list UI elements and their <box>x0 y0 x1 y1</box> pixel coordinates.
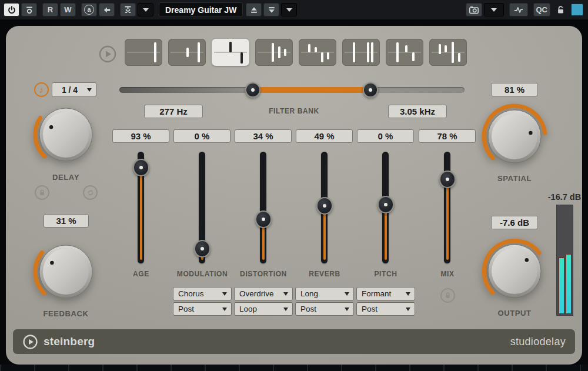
product-name: studiodelay <box>510 336 566 348</box>
reverb-slider-track[interactable] <box>321 152 328 263</box>
output-value[interactable]: -7.6 dB <box>491 216 538 229</box>
output-knob[interactable] <box>479 236 550 306</box>
filter-bank-label: FILTER BANK <box>235 107 353 115</box>
pitch-slider: 0 % PITCH <box>356 129 415 288</box>
sync-button[interactable]: ♪ <box>34 82 49 97</box>
pattern-button-7[interactable] <box>386 39 423 66</box>
reverb-routing-select[interactable]: Post <box>295 302 354 316</box>
age-value[interactable]: 93 % <box>112 129 169 143</box>
preset-menu-button[interactable] <box>281 3 297 16</box>
snapshot-menu-button[interactable] <box>484 3 504 16</box>
spatial-knob[interactable] <box>479 101 550 172</box>
preset-transfer-menu-button[interactable] <box>138 3 153 16</box>
plugin-footer: steinberg studiodelay <box>13 329 575 354</box>
output-label: OUTPUT <box>479 309 550 317</box>
mix-slider-handle[interactable] <box>439 171 456 188</box>
pitch-label: PITCH <box>356 270 415 278</box>
lock-icon <box>38 189 46 196</box>
focus-color-swatch[interactable] <box>571 4 583 16</box>
slider-fill <box>446 179 449 260</box>
filter-bank-slider[interactable] <box>119 87 465 93</box>
filter-low-handle[interactable] <box>245 82 260 98</box>
automation-button[interactable]: a <box>81 3 97 16</box>
distortion-value[interactable]: 34 % <box>235 129 292 143</box>
pattern-button-3-selected[interactable] <box>212 39 249 66</box>
pitch-slider-track[interactable] <box>382 152 389 263</box>
modulation-slider-handle[interactable] <box>194 240 211 258</box>
modulation-routing-select[interactable]: Post <box>173 302 232 316</box>
pitch-slider-handle[interactable] <box>377 196 394 213</box>
reverb-value[interactable]: 49 % <box>296 129 353 143</box>
filter-high-value[interactable]: 3.05 kHz <box>388 105 447 118</box>
delay-knob[interactable] <box>31 99 101 170</box>
distortion-slider-track[interactable] <box>260 152 266 263</box>
pattern-icon-7 <box>386 39 423 66</box>
mix-lock-button[interactable] <box>440 288 455 303</box>
distortion-routing-select[interactable]: Loop <box>234 302 293 316</box>
feedback-value[interactable]: 31 % <box>44 214 89 228</box>
pitch-routing-select[interactable]: Post <box>356 302 415 316</box>
previous-view-button[interactable] <box>99 3 115 16</box>
mix-value[interactable]: 78 % <box>419 129 476 143</box>
snapshot-button[interactable] <box>466 3 482 16</box>
write-automation-button[interactable]: W <box>60 3 76 16</box>
age-slider-track[interactable] <box>138 152 144 263</box>
delay-lock-button[interactable] <box>35 185 49 200</box>
chevron-down-icon <box>222 292 227 296</box>
pattern-button-6[interactable] <box>342 39 380 66</box>
pattern-button-5[interactable] <box>299 39 336 66</box>
spatial-value[interactable]: 81 % <box>491 83 538 96</box>
pitch-value[interactable]: 0 % <box>357 129 414 143</box>
output-peak-value: -16.7 dB <box>538 192 588 202</box>
chevron-down-icon <box>283 308 288 311</box>
filter-bank-range <box>253 87 370 93</box>
filter-high-handle[interactable] <box>363 82 378 98</box>
preview-play-button[interactable] <box>99 45 116 63</box>
delay-label: DELAY <box>31 173 101 182</box>
sidechain-button[interactable] <box>509 3 528 16</box>
pattern-button-8[interactable] <box>429 39 467 66</box>
pattern-button-2[interactable] <box>168 39 206 66</box>
power-button[interactable] <box>4 3 19 16</box>
bypass-button[interactable] <box>21 3 37 16</box>
preset-name-field[interactable]: Dreamy Guitar JW <box>159 2 243 17</box>
feedback-knob[interactable] <box>31 236 101 307</box>
modulation-slider-track[interactable] <box>199 152 205 263</box>
sync-value: 1 / 4 <box>52 85 87 95</box>
next-preset-button[interactable] <box>263 3 279 16</box>
modulation-value[interactable]: 0 % <box>173 129 230 143</box>
pitch-routing-value: Post <box>357 305 406 313</box>
reverb-slider-handle[interactable] <box>316 197 333 215</box>
keyboard-edge-strip <box>0 365 588 371</box>
read-automation-button[interactable]: R <box>42 3 58 16</box>
mix-label: MIX <box>418 270 477 278</box>
pattern-button-4[interactable] <box>255 39 293 66</box>
filter-low-value[interactable]: 277 Hz <box>144 105 203 118</box>
power-icon <box>7 5 16 15</box>
sync-value-select[interactable]: 1 / 4 <box>52 82 96 97</box>
feedback-label: FEEDBACK <box>31 309 101 318</box>
pattern-button-1[interactable] <box>125 39 162 66</box>
pattern-icon-3 <box>212 39 249 66</box>
distortion-type-select[interactable]: Overdrive <box>234 287 293 300</box>
reverb-type-value: Long <box>296 289 345 298</box>
plugin-window: R W a <box>0 0 588 371</box>
mix-slider-track[interactable] <box>444 152 450 263</box>
modulation-type-select[interactable]: Chorus <box>173 287 232 300</box>
reverb-type-select[interactable]: Long <box>295 287 354 300</box>
spatial-label: SPATIAL <box>479 174 550 183</box>
chevron-down-icon <box>286 8 292 12</box>
note-icon: ♪ <box>39 85 44 94</box>
distortion-slider-handle[interactable] <box>255 210 272 228</box>
previous-preset-button[interactable] <box>246 3 262 16</box>
age-slider-handle[interactable] <box>133 159 149 176</box>
bypass-icon <box>25 5 34 15</box>
delay-link-button[interactable] <box>83 185 98 200</box>
pattern-icon-2 <box>168 39 206 66</box>
chevron-down-icon <box>87 88 92 92</box>
pitch-type-select[interactable]: Formant <box>356 287 415 300</box>
chevron-down-icon <box>406 308 410 311</box>
preset-transfer-button[interactable] <box>120 3 136 16</box>
lock-button[interactable] <box>553 3 569 16</box>
quick-controls-button[interactable]: QC <box>533 3 551 16</box>
